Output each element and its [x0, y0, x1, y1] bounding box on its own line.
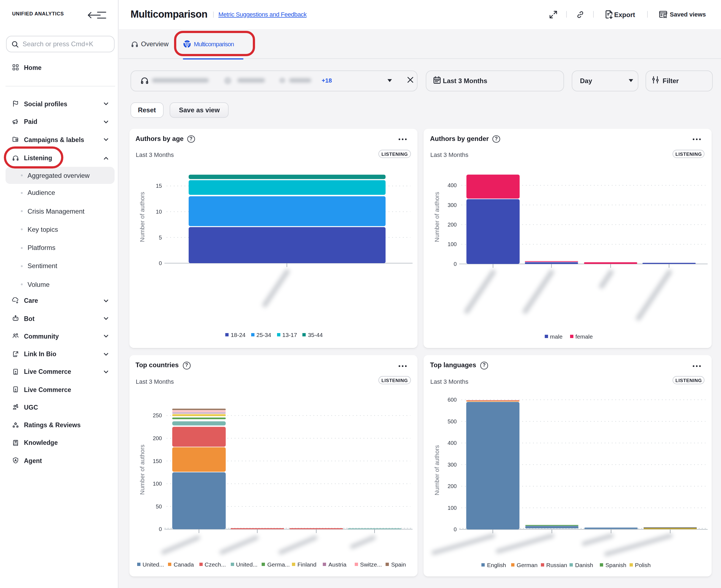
svg-text:5: 5	[159, 234, 162, 240]
svg-text:300: 300	[448, 202, 457, 208]
svg-text:300: 300	[448, 462, 457, 468]
svg-text:0: 0	[454, 261, 457, 267]
svg-text:400: 400	[448, 182, 457, 188]
svg-text:400: 400	[448, 440, 457, 446]
svg-text:0: 0	[159, 526, 162, 532]
svg-text:100: 100	[152, 481, 162, 487]
svg-text:500: 500	[448, 418, 457, 424]
svg-text:200: 200	[152, 435, 162, 441]
svg-text:10: 10	[156, 209, 162, 215]
svg-text:100: 100	[448, 241, 457, 247]
svg-text:250: 250	[152, 412, 162, 418]
svg-text:0: 0	[454, 526, 457, 532]
svg-text:150: 150	[152, 458, 162, 464]
svg-text:50: 50	[156, 503, 162, 509]
svg-text:600: 600	[448, 397, 457, 403]
svg-text:15: 15	[156, 183, 162, 189]
svg-text:0: 0	[159, 260, 162, 266]
svg-text:200: 200	[448, 222, 457, 228]
svg-text:200: 200	[448, 483, 457, 489]
svg-text:100: 100	[448, 505, 457, 511]
